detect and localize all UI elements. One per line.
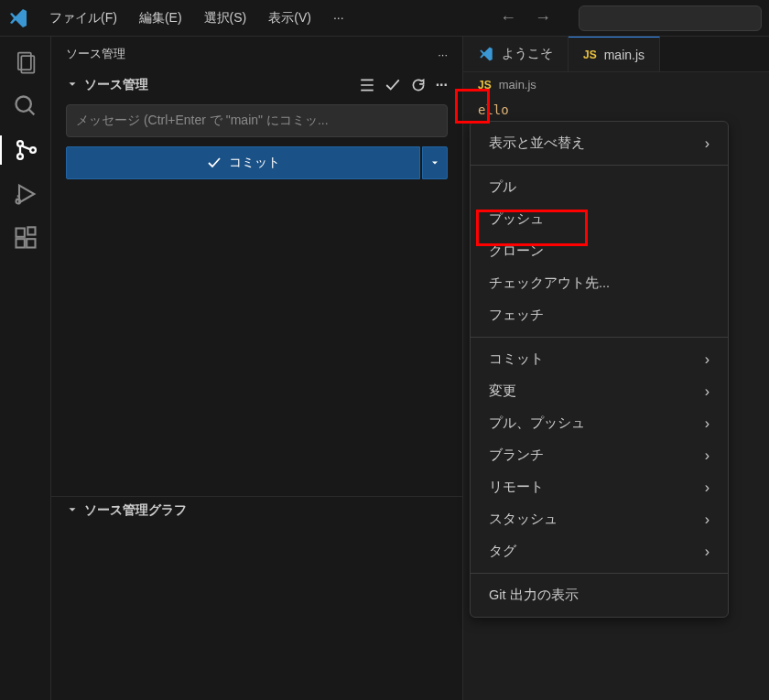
js-file-icon: JS [583,48,597,61]
menu-branch[interactable]: ブランチ › [471,439,728,471]
chevron-right-icon: › [705,447,709,464]
chevron-right-icon: › [705,544,709,560]
breadcrumb-file[interactable]: main.js [499,78,536,92]
svg-point-5 [17,154,23,159]
vscode-logo-icon [7,7,29,29]
scm-section-title: ソース管理 [84,77,148,93]
menu-remote[interactable]: リモート › [471,471,728,503]
menu-file[interactable]: ファイル(F) [40,6,126,30]
search-icon[interactable] [11,92,40,121]
nav-back-icon[interactable]: ← [500,8,516,27]
menu-commit[interactable]: コミット › [471,343,728,375]
menu-pull[interactable]: プル [471,171,728,203]
svg-point-2 [16,97,30,112]
commit-message-input[interactable]: メッセージ (Ctrl+Enter で "main" にコミッ... [66,104,448,137]
chevron-right-icon: › [705,512,709,528]
check-all-icon[interactable] [384,77,401,93]
menu-stash[interactable]: スタッシュ › [471,503,728,535]
svg-rect-8 [16,229,24,237]
chevron-down-icon[interactable] [66,78,79,93]
sidebar-title: ソース管理 [66,46,125,62]
tab-welcome-label: ようこそ [502,46,553,62]
chevron-right-icon: › [705,479,709,496]
nav-forward-icon[interactable]: → [535,8,551,27]
tab-mainjs-label: main.js [604,48,644,62]
menu-tag[interactable]: タグ › [471,535,728,567]
menu-divider [471,573,728,574]
menu-divider [471,165,728,166]
refresh-icon[interactable] [410,77,427,93]
svg-line-3 [28,110,34,115]
menu-divider [471,337,728,338]
extensions-icon[interactable] [11,223,40,253]
menu-select[interactable]: 選択(S) [195,6,256,30]
vscode-logo-icon [478,46,494,62]
more-actions-icon[interactable]: ··· [436,77,448,93]
command-center-search[interactable] [579,5,762,31]
chevron-right-icon: › [705,135,709,152]
chevron-right-icon: › [705,351,709,368]
menu-git-output[interactable]: Git 出力の表示 [471,579,728,611]
menu-changes[interactable]: 変更 › [471,375,728,407]
svg-rect-9 [16,239,24,247]
svg-rect-11 [27,227,35,234]
tab-welcome[interactable]: ようこそ [463,37,569,71]
menu-fetch[interactable]: フェッチ [471,299,728,331]
menu-clone[interactable]: クローン [471,235,728,267]
menu-view-sort[interactable]: 表示と並べ替え › [471,127,728,159]
sidebar-more-icon[interactable]: ··· [438,48,448,61]
chevron-right-icon: › [705,415,709,432]
menu-push[interactable]: プッシュ [471,203,728,235]
chevron-down-icon[interactable] [66,503,79,519]
menu-edit[interactable]: 編集(E) [130,6,191,30]
source-control-icon[interactable] [0,135,51,165]
tree-view-icon[interactable] [359,77,375,93]
editor-content[interactable]: ello [463,97,769,123]
menu-view[interactable]: 表示(V) [259,6,320,30]
run-debug-icon[interactable] [11,179,40,209]
commit-button[interactable]: コミット [66,146,420,179]
menu-pull-push[interactable]: プル、プッシュ › [471,407,728,439]
commit-button-label: コミット [229,155,280,171]
explorer-icon[interactable] [11,48,40,77]
chevron-right-icon: › [705,383,709,400]
svg-point-4 [17,141,23,146]
menu-more[interactable]: ··· [324,6,353,30]
commit-dropdown-button[interactable] [422,146,448,179]
svg-rect-10 [27,239,35,247]
js-file-icon: JS [478,79,492,92]
menu-checkout[interactable]: チェックアウト先... [471,267,728,299]
svg-point-6 [30,147,36,153]
scm-graph-title: ソース管理グラフ [84,502,187,519]
tab-mainjs[interactable]: JS main.js [569,37,660,71]
scm-context-menu: 表示と並べ替え › プル プッシュ クローン チェックアウト先... フェッチ … [470,121,729,618]
